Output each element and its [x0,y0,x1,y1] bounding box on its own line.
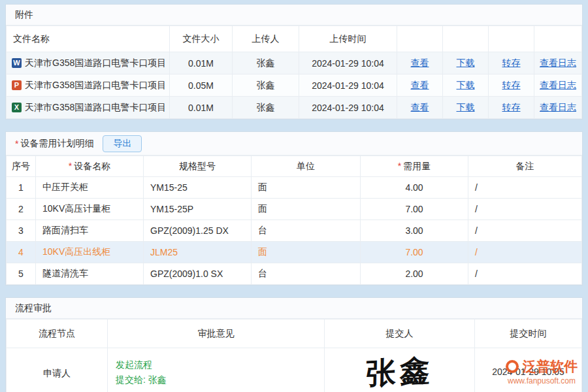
file-size: 0.01M [170,97,233,119]
equipment-plan-panel: * 设备需用计划明细 导出 序号 *设备名称 规格型号 单位 *需用量 备注 [5,131,583,286]
required-qty: 4.00 [361,177,468,199]
required-qty: 2.00 [361,263,468,285]
file-name: 天津市G358国道路口电警卡口项目 [25,57,166,69]
attachments-table: 文件名称 文件大小 上传人 上传时间 W 天津市G358国道路口电警卡口项目 0… [6,25,582,119]
vendor-watermark: 泛普软件 www.fanpusoft.com [506,357,578,385]
required-mark: * [69,161,72,171]
view-log-link[interactable]: 查看日志 [540,102,576,112]
col-header-empty [443,26,489,52]
required-qty: 7.00 [361,199,468,220]
vendor-url: www.fanpusoft.com [506,376,578,385]
spec-model: GPZ(2009)1.0 SX [144,263,252,285]
spec-model: JLM25 [144,242,252,263]
file-name: 天津市G358国道路口电警卡口项目 [25,80,166,91]
col-header-remark: 备注 [468,156,582,177]
unit: 面 [252,242,361,263]
approval-panel: 流程审批 流程节点 审批意见 提交人 提交时间 申请人 发起流程 提 [5,297,583,392]
attachment-row: W 天津市G358国道路口电警卡口项目 0.01M 张鑫 2024-01-29 … [7,52,582,74]
col-header-required-qty: *需用量 [361,156,468,177]
col-header-uploader: 上传人 [233,26,299,52]
remark: / [468,263,582,285]
remark: / [468,177,582,199]
required-mark: * [15,139,18,149]
transfer-link[interactable]: 转存 [502,80,521,90]
upload-time: 2024-01-29 10:04 [299,52,397,74]
spec-model: GPZ(2009)1.25 DX [144,220,252,242]
col-header-spec-model: 规格型号 [144,156,252,177]
required-mark: * [398,161,401,171]
unit: 面 [252,199,361,220]
word-file-icon: W [12,58,22,68]
equipment-name: 10KV高压出线柜 [36,242,144,263]
view-link[interactable]: 查看 [411,57,429,68]
vendor-brand: 泛普软件 [523,357,578,376]
equipment-row[interactable]: 5 隧道清洗车 GPZ(2009)1.0 SX 台 2.00 / [7,263,582,285]
equipment-name: 隧道清洗车 [36,263,144,285]
download-link[interactable]: 下载 [457,57,475,68]
approval-header: 流程审批 [6,298,582,319]
col-header-empty [489,26,534,52]
unit: 台 [252,263,361,285]
upload-time: 2024-01-29 10:04 [299,74,397,97]
required-qty: 3.00 [361,220,468,242]
approval-title: 流程审批 [15,302,52,314]
export-button[interactable]: 导出 [103,135,142,152]
approval-header-row: 流程节点 审批意见 提交人 提交时间 [7,319,582,348]
equipment-row[interactable]: 1 中压开关柜 YM15-25 面 4.00 / [7,177,582,199]
row-index: 3 [7,220,36,242]
approval-row: 申请人 发起流程 提交给: 张鑫 张鑫 2024-01-29 10:05 [7,348,582,392]
equipment-name: 中压开关柜 [36,177,144,199]
uploader: 张鑫 [233,97,299,119]
spec-model: YM15-25P [144,199,252,220]
unit: 面 [252,177,361,199]
equipment-row-selected[interactable]: 4 10KV高压出线柜 JLM25 面 7.00 / [7,242,582,263]
equipment-name: 10KV高压计量柜 [36,199,144,220]
row-index: 1 [7,177,36,199]
download-link[interactable]: 下载 [457,102,475,112]
view-link[interactable]: 查看 [411,102,429,112]
equipment-row[interactable]: 3 路面清扫车 GPZ(2009)1.25 DX 台 3.00 / [7,220,582,242]
equipment-plan-title: 设备需用计划明细 [20,138,93,150]
uploader: 张鑫 [233,52,299,74]
col-header-file-name: 文件名称 [7,26,170,52]
attachments-header-row: 文件名称 文件大小 上传人 上传时间 [7,26,582,52]
file-name: 天津市G358国道路口电警卡口项目 [25,102,166,114]
uploader: 张鑫 [233,74,299,97]
col-header-approval-opinion: 审批意见 [108,319,325,348]
row-index: 5 [7,263,36,285]
equipment-plan-header: * 设备需用计划明细 导出 [6,132,582,155]
attachment-row: P 天津市G358国道路口电警卡口项目 0.05M 张鑫 2024-01-29 … [7,74,582,97]
ppt-file-icon: P [12,80,22,90]
col-header-submit-time: 提交时间 [475,319,582,348]
signature: 张鑫 [365,350,434,392]
view-log-link[interactable]: 查看日志 [540,80,576,90]
col-header-index: 序号 [7,156,36,177]
equipment-header-row: 序号 *设备名称 规格型号 单位 *需用量 备注 [7,156,582,177]
download-link[interactable]: 下载 [457,80,475,90]
attachments-header: 附件 [6,5,582,25]
col-header-empty [534,26,582,52]
col-header-empty [397,26,443,52]
attachment-row: X 天津市G358国道路口电警卡口项目 0.01M 张鑫 2024-01-29 … [7,97,582,119]
upload-time: 2024-01-29 10:04 [299,97,397,119]
view-log-link[interactable]: 查看日志 [540,57,576,68]
approval-table: 流程节点 审批意见 提交人 提交时间 申请人 发起流程 提交给: 张鑫 张鑫 [6,319,582,392]
file-size: 0.05M [170,74,233,97]
spec-model: YM15-25 [144,177,252,199]
transfer-link[interactable]: 转存 [502,57,521,68]
transfer-link[interactable]: 转存 [502,102,521,112]
excel-file-icon: X [12,103,22,112]
col-header-process-node: 流程节点 [7,319,108,348]
attachments-panel: 附件 文件名称 文件大小 上传人 上传时间 [5,4,583,120]
submitter-cell: 张鑫 [325,348,475,392]
page: 附件 文件名称 文件大小 上传人 上传时间 [0,0,588,392]
remark: / [468,199,582,220]
file-size: 0.01M [170,52,233,74]
required-qty: 7.00 [361,242,468,263]
equipment-row[interactable]: 2 10KV高压计量柜 YM15-25P 面 7.00 / [7,199,582,220]
view-link[interactable]: 查看 [411,80,429,90]
remark: / [468,242,582,263]
col-header-file-size: 文件大小 [170,26,233,52]
equipment-name: 路面清扫车 [36,220,144,242]
unit: 台 [252,220,361,242]
